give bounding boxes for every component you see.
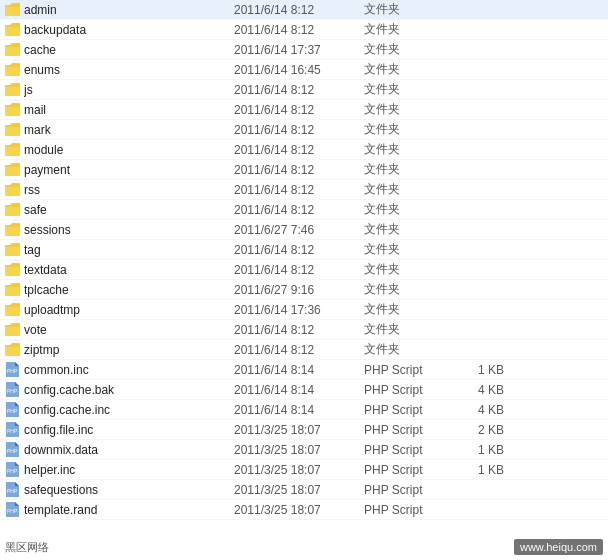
file-date: 2011/6/14 8:14	[224, 403, 354, 417]
file-name: enums	[24, 63, 224, 77]
file-name: config.cache.bak	[24, 383, 224, 397]
file-type: PHP Script	[354, 383, 454, 397]
file-name: admin	[24, 3, 224, 17]
file-date: 2011/6/14 8:12	[224, 123, 354, 137]
svg-text:PHP: PHP	[7, 488, 18, 494]
table-row[interactable]: PHP downmix.data2011/3/25 18:07PHP Scrip…	[0, 440, 608, 460]
table-row[interactable]: tplcache2011/6/27 9:16文件夹	[0, 280, 608, 300]
table-row[interactable]: PHP config.cache.bak2011/6/14 8:14PHP Sc…	[0, 380, 608, 400]
folder-icon	[4, 22, 20, 38]
folder-icon	[4, 142, 20, 158]
file-name: safequestions	[24, 483, 224, 497]
php-icon: PHP	[4, 442, 20, 458]
file-name: mark	[24, 123, 224, 137]
file-date: 2011/6/27 7:46	[224, 223, 354, 237]
table-row[interactable]: PHP config.cache.inc2011/6/14 8:14PHP Sc…	[0, 400, 608, 420]
file-type: PHP Script	[354, 403, 454, 417]
file-type: 文件夹	[354, 121, 454, 138]
table-row[interactable]: uploadtmp2011/6/14 17:36文件夹	[0, 300, 608, 320]
folder-icon	[4, 202, 20, 218]
table-row[interactable]: module2011/6/14 8:12文件夹	[0, 140, 608, 160]
file-name: module	[24, 143, 224, 157]
file-type: 文件夹	[354, 301, 454, 318]
file-date: 2011/6/14 8:14	[224, 383, 354, 397]
file-name: js	[24, 83, 224, 97]
file-name: config.file.inc	[24, 423, 224, 437]
file-type: 文件夹	[354, 221, 454, 238]
table-row[interactable]: admin2011/6/14 8:12文件夹	[0, 0, 608, 20]
php-icon: PHP	[4, 462, 20, 478]
table-row[interactable]: PHP safequestions2011/3/25 18:07PHP Scri…	[0, 480, 608, 500]
file-type: PHP Script	[354, 463, 454, 477]
file-name: textdata	[24, 263, 224, 277]
file-name: config.cache.inc	[24, 403, 224, 417]
file-date: 2011/6/14 17:36	[224, 303, 354, 317]
file-size: 4 KB	[454, 403, 514, 417]
table-row[interactable]: PHP common.inc2011/6/14 8:14PHP Script1 …	[0, 360, 608, 380]
file-name: mail	[24, 103, 224, 117]
file-date: 2011/6/14 8:12	[224, 83, 354, 97]
table-row[interactable]: tag2011/6/14 8:12文件夹	[0, 240, 608, 260]
table-row[interactable]: enums2011/6/14 16:45文件夹	[0, 60, 608, 80]
file-name: downmix.data	[24, 443, 224, 457]
file-type: 文件夹	[354, 181, 454, 198]
file-type: PHP Script	[354, 423, 454, 437]
file-list: admin2011/6/14 8:12文件夹 backupdata2011/6/…	[0, 0, 608, 560]
file-date: 2011/3/25 18:07	[224, 443, 354, 457]
table-row[interactable]: safe2011/6/14 8:12文件夹	[0, 200, 608, 220]
file-size: 1 KB	[454, 463, 514, 477]
table-row[interactable]: mark2011/6/14 8:12文件夹	[0, 120, 608, 140]
file-name: cache	[24, 43, 224, 57]
file-type: 文件夹	[354, 341, 454, 358]
file-name: vote	[24, 323, 224, 337]
table-row[interactable]: rss2011/6/14 8:12文件夹	[0, 180, 608, 200]
file-date: 2011/6/14 8:12	[224, 143, 354, 157]
folder-icon	[4, 182, 20, 198]
svg-text:PHP: PHP	[7, 468, 18, 474]
file-type: 文件夹	[354, 1, 454, 18]
table-row[interactable]: PHP config.file.inc2011/3/25 18:07PHP Sc…	[0, 420, 608, 440]
file-name: helper.inc	[24, 463, 224, 477]
table-row[interactable]: backupdata2011/6/14 8:12文件夹	[0, 20, 608, 40]
svg-text:PHP: PHP	[7, 388, 18, 394]
folder-icon	[4, 122, 20, 138]
table-row[interactable]: textdata2011/6/14 8:12文件夹	[0, 260, 608, 280]
file-type: PHP Script	[354, 503, 454, 517]
file-date: 2011/6/14 8:12	[224, 3, 354, 17]
svg-text:PHP: PHP	[7, 428, 18, 434]
folder-icon	[4, 322, 20, 338]
folder-icon	[4, 302, 20, 318]
file-type: 文件夹	[354, 81, 454, 98]
table-row[interactable]: sessions2011/6/27 7:46文件夹	[0, 220, 608, 240]
table-row[interactable]: payment2011/6/14 8:12文件夹	[0, 160, 608, 180]
file-name: payment	[24, 163, 224, 177]
file-date: 2011/6/14 8:12	[224, 263, 354, 277]
file-type: 文件夹	[354, 321, 454, 338]
svg-text:PHP: PHP	[7, 448, 18, 454]
table-row[interactable]: js2011/6/14 8:12文件夹	[0, 80, 608, 100]
file-date: 2011/6/14 8:12	[224, 183, 354, 197]
file-date: 2011/6/14 8:12	[224, 163, 354, 177]
php-icon: PHP	[4, 422, 20, 438]
file-type: PHP Script	[354, 443, 454, 457]
table-row[interactable]: PHP template.rand2011/3/25 18:07PHP Scri…	[0, 500, 608, 520]
file-date: 2011/6/27 9:16	[224, 283, 354, 297]
file-name: template.rand	[24, 503, 224, 517]
table-row[interactable]: mail2011/6/14 8:12文件夹	[0, 100, 608, 120]
folder-icon	[4, 62, 20, 78]
folder-icon	[4, 82, 20, 98]
table-row[interactable]: vote2011/6/14 8:12文件夹	[0, 320, 608, 340]
file-date: 2011/3/25 18:07	[224, 503, 354, 517]
svg-text:PHP: PHP	[7, 408, 18, 414]
table-row[interactable]: PHP helper.inc2011/3/25 18:07PHP Script1…	[0, 460, 608, 480]
file-date: 2011/6/14 8:12	[224, 103, 354, 117]
file-name: tag	[24, 243, 224, 257]
php-icon: PHP	[4, 402, 20, 418]
file-size: 2 KB	[454, 423, 514, 437]
php-icon: PHP	[4, 382, 20, 398]
table-row[interactable]: ziptmp2011/6/14 8:12文件夹	[0, 340, 608, 360]
file-type: PHP Script	[354, 483, 454, 497]
file-name: tplcache	[24, 283, 224, 297]
file-date: 2011/6/14 8:12	[224, 203, 354, 217]
table-row[interactable]: cache2011/6/14 17:37文件夹	[0, 40, 608, 60]
